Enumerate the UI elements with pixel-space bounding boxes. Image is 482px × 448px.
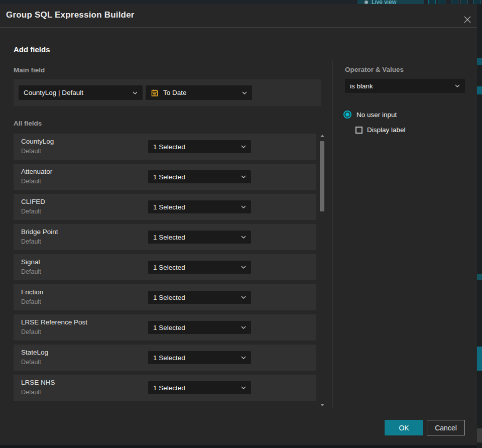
chevron-down-icon (133, 91, 138, 94)
no-user-input-radio[interactable] (343, 110, 351, 119)
main-field-container: CountyLog | Default To Date (14, 79, 321, 106)
operator-dropdown[interactable]: is blank (345, 79, 465, 93)
field-name: CLIFED (21, 198, 45, 205)
scroll-down-icon[interactable] (320, 404, 324, 406)
panel-divider (332, 60, 332, 408)
chevron-down-icon (241, 356, 246, 359)
field-sublabel: Default (21, 328, 41, 335)
chevron-down-icon (241, 296, 246, 299)
scroll-up-icon[interactable] (320, 135, 324, 137)
field-row: Signal Default 1 Selected (14, 254, 316, 280)
field-name: LRSE NHS (21, 379, 55, 386)
calendar-icon (151, 89, 159, 97)
field-sublabel: Default (21, 389, 41, 396)
chevron-down-icon (455, 84, 460, 87)
live-view-button: Live view (357, 0, 424, 4)
toolbar-button (428, 0, 436, 4)
field-selected-value: 1 Selected (153, 294, 185, 301)
field-selected-dropdown[interactable]: 1 Selected (148, 291, 251, 304)
list-scrollbar[interactable] (319, 133, 325, 408)
chevron-down-icon (241, 266, 246, 269)
ok-button[interactable]: OK (385, 420, 423, 435)
display-label-checkbox[interactable] (355, 127, 363, 134)
field-selected-value: 1 Selected (153, 143, 185, 151)
field-selected-dropdown[interactable]: 1 Selected (148, 140, 251, 153)
field-name: StateLog (21, 349, 48, 356)
chevron-down-icon (241, 236, 246, 239)
main-field-label: Main field (14, 66, 45, 74)
field-selected-value: 1 Selected (153, 354, 185, 362)
no-user-input-option[interactable]: No user input (343, 110, 397, 119)
main-field-type-dropdown[interactable]: To Date (146, 85, 252, 100)
field-selected-dropdown[interactable]: 1 Selected (148, 200, 251, 213)
field-name: CountyLog (21, 138, 54, 145)
field-selected-dropdown[interactable]: 1 Selected (148, 321, 251, 334)
field-sublabel: Default (21, 178, 41, 185)
field-sublabel: Default (21, 238, 41, 245)
dialog-title-bar: Group SQL Expression Builder (0, 4, 477, 28)
main-field-type-dropdown-value: To Date (163, 89, 187, 96)
chevron-down-icon (241, 326, 246, 329)
main-field-dropdown-value: CountyLog | Default (24, 89, 83, 96)
field-sublabel: Default (21, 359, 41, 366)
field-name: Bridge Point (21, 228, 58, 236)
operator-values-label: Operator & Values (345, 66, 404, 73)
field-row: CLIFED Default 1 Selected (14, 194, 316, 220)
field-name: Attenuator (21, 168, 52, 175)
field-selected-dropdown[interactable]: 1 Selected (148, 261, 251, 274)
field-row: CountyLog Default 1 Selected (14, 134, 316, 160)
field-name: Friction (21, 288, 43, 296)
live-view-dot-icon (365, 1, 368, 4)
chevron-down-icon (241, 205, 246, 208)
scrollbar-thumb[interactable] (320, 141, 324, 211)
toolbar-button (460, 0, 468, 4)
field-selected-dropdown[interactable]: 1 Selected (148, 381, 251, 394)
all-fields-list: CountyLog Default 1 Selected Attenuator … (14, 134, 316, 401)
field-sublabel: Default (21, 268, 41, 275)
toolbar-button (451, 0, 458, 4)
background-app-header: Live view (0, 0, 482, 4)
field-sublabel: Default (21, 208, 41, 215)
live-view-label: Live view (372, 0, 396, 4)
dialog-title: Group SQL Expression Builder (6, 10, 135, 20)
cancel-button[interactable]: Cancel (427, 420, 465, 435)
main-field-dropdown[interactable]: CountyLog | Default (19, 85, 143, 100)
toolbar-button (473, 0, 480, 4)
field-selected-value: 1 Selected (153, 203, 185, 211)
field-row: Friction Default 1 Selected (14, 284, 316, 310)
field-sublabel: Default (21, 148, 41, 155)
chevron-down-icon (242, 91, 247, 94)
field-selected-dropdown[interactable]: 1 Selected (148, 170, 251, 183)
toolbar-button (438, 0, 445, 4)
all-fields-label: All fields (14, 120, 42, 127)
chevron-down-icon (241, 175, 246, 178)
field-name: LRSE Reference Post (21, 318, 87, 326)
field-selected-value: 1 Selected (153, 173, 185, 181)
close-icon[interactable] (461, 14, 473, 26)
chevron-down-icon (241, 386, 246, 389)
field-row: LRSE Reference Post Default 1 Selected (14, 314, 316, 341)
operator-dropdown-value: is blank (350, 82, 373, 90)
field-sublabel: Default (21, 298, 41, 305)
field-name: Signal (21, 258, 40, 266)
field-row: StateLog Default 1 Selected (14, 345, 316, 371)
field-selected-dropdown[interactable]: 1 Selected (148, 351, 251, 364)
display-label-option[interactable]: Display label (355, 126, 406, 134)
field-selected-value: 1 Selected (153, 384, 185, 392)
background-app-edge (477, 4, 482, 448)
no-user-input-label: No user input (356, 111, 397, 119)
field-selected-value: 1 Selected (153, 264, 185, 271)
field-selected-dropdown[interactable]: 1 Selected (148, 231, 251, 244)
field-row: Bridge Point Default 1 Selected (14, 224, 316, 250)
field-row: LRSE NHS Default 1 Selected (14, 375, 316, 401)
field-selected-value: 1 Selected (153, 324, 185, 331)
display-label-label: Display label (367, 126, 406, 134)
group-sql-expression-builder-dialog: Group SQL Expression Builder Add fields … (0, 4, 477, 445)
field-row: Attenuator Default 1 Selected (14, 164, 316, 190)
chevron-down-icon (241, 145, 246, 148)
add-fields-heading: Add fields (14, 45, 50, 54)
field-selected-value: 1 Selected (153, 234, 185, 241)
